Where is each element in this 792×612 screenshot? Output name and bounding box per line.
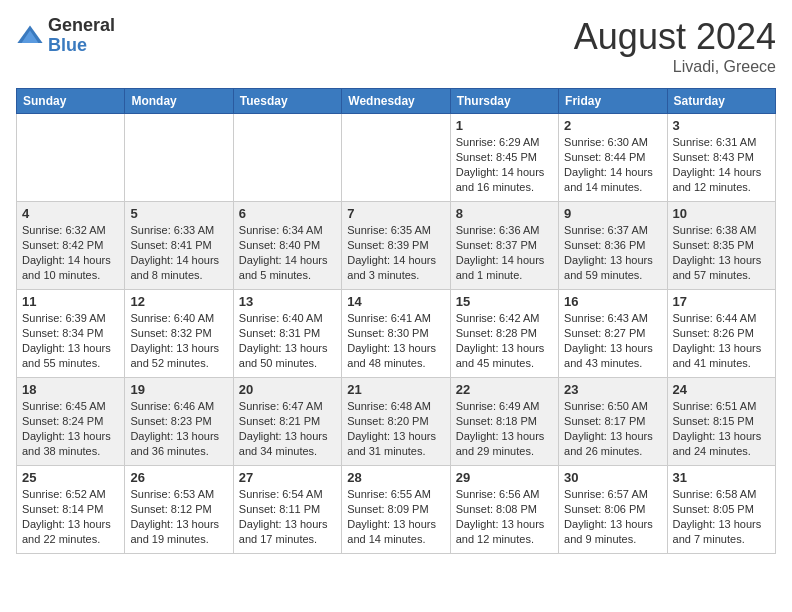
calendar-day-cell: 29Sunrise: 6:56 AMSunset: 8:08 PMDayligh… bbox=[450, 466, 558, 554]
weekday-header: Friday bbox=[559, 89, 667, 114]
month-title: August 2024 bbox=[574, 16, 776, 58]
weekday-header: Monday bbox=[125, 89, 233, 114]
day-number: 25 bbox=[22, 470, 119, 485]
calendar-day-cell bbox=[17, 114, 125, 202]
day-info: Sunrise: 6:37 AMSunset: 8:36 PMDaylight:… bbox=[564, 223, 661, 282]
day-number: 10 bbox=[673, 206, 770, 221]
location: Livadi, Greece bbox=[574, 58, 776, 76]
day-number: 22 bbox=[456, 382, 553, 397]
calendar-day-cell: 19Sunrise: 6:46 AMSunset: 8:23 PMDayligh… bbox=[125, 378, 233, 466]
logo-text: General Blue bbox=[48, 16, 115, 56]
calendar-day-cell bbox=[342, 114, 450, 202]
day-number: 5 bbox=[130, 206, 227, 221]
day-info: Sunrise: 6:29 AMSunset: 8:45 PMDaylight:… bbox=[456, 135, 553, 194]
day-number: 12 bbox=[130, 294, 227, 309]
calendar-day-cell: 12Sunrise: 6:40 AMSunset: 8:32 PMDayligh… bbox=[125, 290, 233, 378]
calendar-day-cell: 11Sunrise: 6:39 AMSunset: 8:34 PMDayligh… bbox=[17, 290, 125, 378]
calendar-week-row: 18Sunrise: 6:45 AMSunset: 8:24 PMDayligh… bbox=[17, 378, 776, 466]
day-number: 8 bbox=[456, 206, 553, 221]
day-number: 9 bbox=[564, 206, 661, 221]
day-info: Sunrise: 6:56 AMSunset: 8:08 PMDaylight:… bbox=[456, 487, 553, 546]
calendar-week-row: 4Sunrise: 6:32 AMSunset: 8:42 PMDaylight… bbox=[17, 202, 776, 290]
day-info: Sunrise: 6:46 AMSunset: 8:23 PMDaylight:… bbox=[130, 399, 227, 458]
day-info: Sunrise: 6:50 AMSunset: 8:17 PMDaylight:… bbox=[564, 399, 661, 458]
day-number: 14 bbox=[347, 294, 444, 309]
day-number: 23 bbox=[564, 382, 661, 397]
calendar-day-cell: 10Sunrise: 6:38 AMSunset: 8:35 PMDayligh… bbox=[667, 202, 775, 290]
title-area: August 2024 Livadi, Greece bbox=[574, 16, 776, 76]
day-number: 3 bbox=[673, 118, 770, 133]
day-info: Sunrise: 6:31 AMSunset: 8:43 PMDaylight:… bbox=[673, 135, 770, 194]
calendar-day-cell: 24Sunrise: 6:51 AMSunset: 8:15 PMDayligh… bbox=[667, 378, 775, 466]
calendar-day-cell: 7Sunrise: 6:35 AMSunset: 8:39 PMDaylight… bbox=[342, 202, 450, 290]
weekday-header: Wednesday bbox=[342, 89, 450, 114]
calendar-day-cell: 21Sunrise: 6:48 AMSunset: 8:20 PMDayligh… bbox=[342, 378, 450, 466]
day-info: Sunrise: 6:41 AMSunset: 8:30 PMDaylight:… bbox=[347, 311, 444, 370]
day-info: Sunrise: 6:39 AMSunset: 8:34 PMDaylight:… bbox=[22, 311, 119, 370]
day-info: Sunrise: 6:35 AMSunset: 8:39 PMDaylight:… bbox=[347, 223, 444, 282]
day-number: 6 bbox=[239, 206, 336, 221]
calendar-day-cell bbox=[125, 114, 233, 202]
logo: General Blue bbox=[16, 16, 115, 56]
day-number: 15 bbox=[456, 294, 553, 309]
logo-icon bbox=[16, 22, 44, 50]
day-number: 20 bbox=[239, 382, 336, 397]
day-info: Sunrise: 6:57 AMSunset: 8:06 PMDaylight:… bbox=[564, 487, 661, 546]
calendar-day-cell: 6Sunrise: 6:34 AMSunset: 8:40 PMDaylight… bbox=[233, 202, 341, 290]
calendar-table: SundayMondayTuesdayWednesdayThursdayFrid… bbox=[16, 88, 776, 554]
weekday-header-row: SundayMondayTuesdayWednesdayThursdayFrid… bbox=[17, 89, 776, 114]
page-header: General Blue August 2024 Livadi, Greece bbox=[16, 16, 776, 76]
calendar-day-cell: 18Sunrise: 6:45 AMSunset: 8:24 PMDayligh… bbox=[17, 378, 125, 466]
logo-blue-text: Blue bbox=[48, 36, 115, 56]
day-number: 17 bbox=[673, 294, 770, 309]
calendar-day-cell: 26Sunrise: 6:53 AMSunset: 8:12 PMDayligh… bbox=[125, 466, 233, 554]
day-number: 4 bbox=[22, 206, 119, 221]
calendar-week-row: 11Sunrise: 6:39 AMSunset: 8:34 PMDayligh… bbox=[17, 290, 776, 378]
day-info: Sunrise: 6:36 AMSunset: 8:37 PMDaylight:… bbox=[456, 223, 553, 282]
day-number: 13 bbox=[239, 294, 336, 309]
day-info: Sunrise: 6:40 AMSunset: 8:32 PMDaylight:… bbox=[130, 311, 227, 370]
day-number: 2 bbox=[564, 118, 661, 133]
day-number: 29 bbox=[456, 470, 553, 485]
calendar-day-cell: 28Sunrise: 6:55 AMSunset: 8:09 PMDayligh… bbox=[342, 466, 450, 554]
day-number: 27 bbox=[239, 470, 336, 485]
calendar-day-cell bbox=[233, 114, 341, 202]
day-number: 1 bbox=[456, 118, 553, 133]
weekday-header: Thursday bbox=[450, 89, 558, 114]
calendar-header: SundayMondayTuesdayWednesdayThursdayFrid… bbox=[17, 89, 776, 114]
day-info: Sunrise: 6:45 AMSunset: 8:24 PMDaylight:… bbox=[22, 399, 119, 458]
day-info: Sunrise: 6:49 AMSunset: 8:18 PMDaylight:… bbox=[456, 399, 553, 458]
weekday-header: Tuesday bbox=[233, 89, 341, 114]
day-number: 30 bbox=[564, 470, 661, 485]
calendar-week-row: 25Sunrise: 6:52 AMSunset: 8:14 PMDayligh… bbox=[17, 466, 776, 554]
calendar-day-cell: 5Sunrise: 6:33 AMSunset: 8:41 PMDaylight… bbox=[125, 202, 233, 290]
calendar-day-cell: 14Sunrise: 6:41 AMSunset: 8:30 PMDayligh… bbox=[342, 290, 450, 378]
day-number: 31 bbox=[673, 470, 770, 485]
calendar-day-cell: 4Sunrise: 6:32 AMSunset: 8:42 PMDaylight… bbox=[17, 202, 125, 290]
day-info: Sunrise: 6:33 AMSunset: 8:41 PMDaylight:… bbox=[130, 223, 227, 282]
calendar-day-cell: 1Sunrise: 6:29 AMSunset: 8:45 PMDaylight… bbox=[450, 114, 558, 202]
day-info: Sunrise: 6:58 AMSunset: 8:05 PMDaylight:… bbox=[673, 487, 770, 546]
weekday-header: Saturday bbox=[667, 89, 775, 114]
day-info: Sunrise: 6:53 AMSunset: 8:12 PMDaylight:… bbox=[130, 487, 227, 546]
day-info: Sunrise: 6:52 AMSunset: 8:14 PMDaylight:… bbox=[22, 487, 119, 546]
day-info: Sunrise: 6:40 AMSunset: 8:31 PMDaylight:… bbox=[239, 311, 336, 370]
calendar-body: 1Sunrise: 6:29 AMSunset: 8:45 PMDaylight… bbox=[17, 114, 776, 554]
calendar-day-cell: 30Sunrise: 6:57 AMSunset: 8:06 PMDayligh… bbox=[559, 466, 667, 554]
day-info: Sunrise: 6:55 AMSunset: 8:09 PMDaylight:… bbox=[347, 487, 444, 546]
day-info: Sunrise: 6:38 AMSunset: 8:35 PMDaylight:… bbox=[673, 223, 770, 282]
day-number: 19 bbox=[130, 382, 227, 397]
calendar-day-cell: 25Sunrise: 6:52 AMSunset: 8:14 PMDayligh… bbox=[17, 466, 125, 554]
calendar-week-row: 1Sunrise: 6:29 AMSunset: 8:45 PMDaylight… bbox=[17, 114, 776, 202]
day-info: Sunrise: 6:30 AMSunset: 8:44 PMDaylight:… bbox=[564, 135, 661, 194]
weekday-header: Sunday bbox=[17, 89, 125, 114]
calendar-day-cell: 31Sunrise: 6:58 AMSunset: 8:05 PMDayligh… bbox=[667, 466, 775, 554]
day-number: 21 bbox=[347, 382, 444, 397]
day-info: Sunrise: 6:43 AMSunset: 8:27 PMDaylight:… bbox=[564, 311, 661, 370]
day-info: Sunrise: 6:44 AMSunset: 8:26 PMDaylight:… bbox=[673, 311, 770, 370]
calendar-day-cell: 8Sunrise: 6:36 AMSunset: 8:37 PMDaylight… bbox=[450, 202, 558, 290]
calendar-day-cell: 22Sunrise: 6:49 AMSunset: 8:18 PMDayligh… bbox=[450, 378, 558, 466]
logo-general-text: General bbox=[48, 16, 115, 36]
day-info: Sunrise: 6:51 AMSunset: 8:15 PMDaylight:… bbox=[673, 399, 770, 458]
calendar-day-cell: 23Sunrise: 6:50 AMSunset: 8:17 PMDayligh… bbox=[559, 378, 667, 466]
